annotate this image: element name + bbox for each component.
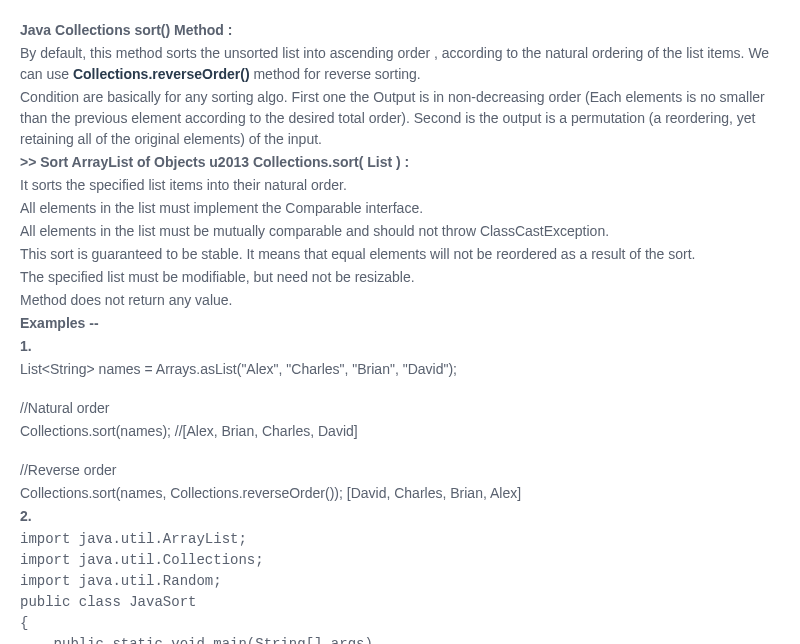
code-line: public static void main(String[] args) xyxy=(20,634,780,644)
example-1-label: 1. xyxy=(20,336,780,357)
title-heading: Java Collections sort() Method : xyxy=(20,20,780,41)
intro-text-b: method for reverse sorting. xyxy=(250,66,421,82)
example-1-reverse-code: Collections.sort(names, Collections.reve… xyxy=(20,483,780,504)
examples-label: Examples -- xyxy=(20,313,780,334)
code-line: public class JavaSort xyxy=(20,592,780,613)
bullet-line: It sorts the specified list items into t… xyxy=(20,175,780,196)
bullet-line: Method does not return any value. xyxy=(20,290,780,311)
intro-bold: Collections.reverseOrder() xyxy=(73,66,250,82)
bullet-line: All elements in the list must be mutuall… xyxy=(20,221,780,242)
example-1-reverse-comment: //Reverse order xyxy=(20,460,780,481)
code-line: import java.util.Collections; xyxy=(20,550,780,571)
intro-paragraph: By default, this method sorts the unsort… xyxy=(20,43,780,85)
blank-line xyxy=(20,382,780,398)
condition-paragraph: Condition are basically for any sorting … xyxy=(20,87,780,150)
bullet-line: The specified list must be modifiable, b… xyxy=(20,267,780,288)
example-1-natural-comment: //Natural order xyxy=(20,398,780,419)
code-line: import java.util.Random; xyxy=(20,571,780,592)
blank-line xyxy=(20,444,780,460)
code-line: { xyxy=(20,613,780,634)
bullet-line: This sort is guaranteed to be stable. It… xyxy=(20,244,780,265)
subtitle-heading: >> Sort ArrayList of Objects u2013 Colle… xyxy=(20,152,780,173)
code-line: import java.util.ArrayList; xyxy=(20,529,780,550)
bullet-line: All elements in the list must implement … xyxy=(20,198,780,219)
example-2-label: 2. xyxy=(20,506,780,527)
document-body: Java Collections sort() Method : By defa… xyxy=(20,20,780,644)
example-1-code-line: List<String> names = Arrays.asList("Alex… xyxy=(20,359,780,380)
example-1-natural-code: Collections.sort(names); //[Alex, Brian,… xyxy=(20,421,780,442)
